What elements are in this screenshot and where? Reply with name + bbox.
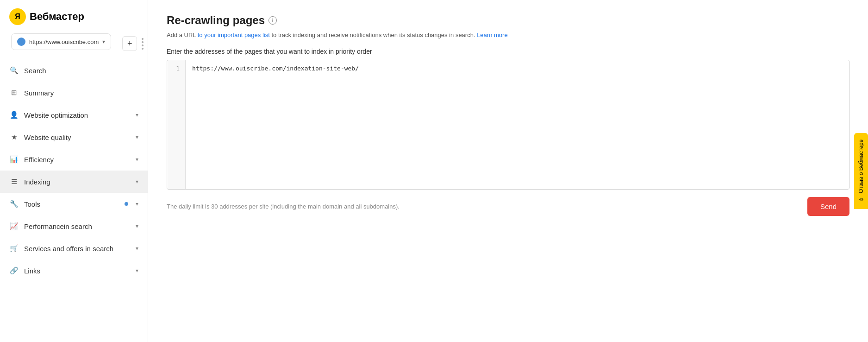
chevron-down-icon: ▾ (136, 201, 138, 207)
sidebar-item-search[interactable]: 🔍 Search (0, 59, 148, 82)
sidebar-label-links: Links (24, 267, 130, 275)
line-numbers: 1 (167, 60, 186, 189)
site-selector[interactable]: https://www.ouiscribe.com ▾ (11, 33, 111, 50)
sidebar-item-summary[interactable]: ⊞ Summary (0, 82, 148, 104)
chevron-down-icon: ▾ (136, 178, 138, 185)
sidebar-item-efficiency[interactable]: 📊 Efficiency ▾ (0, 148, 148, 171)
url-editor[interactable]: 1 (167, 60, 849, 190)
sidebar-label-website-quality: Website quality (24, 133, 130, 141)
sidebar-item-indexing[interactable]: ☰ Indexing ▾ (0, 171, 148, 193)
chevron-down-icon: ▾ (136, 134, 138, 140)
sidebar-label-services: Services and offers in search (24, 245, 130, 253)
performance-icon: 📈 (9, 222, 19, 231)
summary-icon: ⊞ (9, 88, 19, 97)
chevron-down-icon: ▾ (136, 267, 138, 274)
site-favicon-icon (17, 38, 25, 46)
add-site-button[interactable]: + (122, 36, 137, 51)
sidebar-label-efficiency: Efficiency (24, 156, 130, 164)
drag-handle-icon (140, 36, 145, 51)
sidebar-item-website-quality[interactable]: ★ Website quality ▾ (0, 126, 148, 148)
important-pages-link[interactable]: to your important pages list (198, 32, 270, 38)
learn-more-link[interactable]: Learn more (477, 32, 507, 38)
feedback-tab[interactable]: ✏ Отзыв о Вебмастере (854, 133, 868, 209)
sidebar-label-tools: Tools (24, 200, 119, 208)
services-icon: 🛒 (9, 244, 19, 253)
sidebar-label-website-optimization: Website optimization (24, 111, 130, 119)
daily-limit-text: The daily limit is 30 addresses per site… (167, 203, 400, 210)
efficiency-icon: 📊 (9, 155, 19, 164)
sidebar-label-summary: Summary (24, 89, 138, 97)
footer-row: The daily limit is 30 addresses per site… (167, 197, 849, 216)
sidebar-label-search: Search (24, 67, 138, 75)
site-selector-chevron-icon: ▾ (102, 38, 105, 45)
quality-icon: ★ (9, 133, 19, 142)
subtitle-mid: to track indexing and receive notificati… (271, 32, 475, 38)
optimization-icon: 👤 (9, 110, 19, 120)
notification-dot (125, 202, 128, 206)
logo-area: Я Вебмастер (0, 0, 148, 33)
page-title-text: Re-crawling pages (167, 14, 265, 27)
site-url-label: https://www.ouiscribe.com (29, 38, 99, 45)
sidebar-label-performance: Performancein search (24, 222, 130, 230)
links-icon: 🔗 (9, 266, 19, 275)
app-name: Вебмастер (30, 11, 84, 23)
sidebar-item-website-optimization[interactable]: 👤 Website optimization ▾ (0, 104, 148, 126)
sidebar-item-services[interactable]: 🛒 Services and offers in search ▾ (0, 237, 148, 260)
sidebar-item-performance[interactable]: 📈 Performancein search ▾ (0, 215, 148, 237)
textarea-label: Enter the addresses of the pages that yo… (167, 48, 849, 55)
chevron-down-icon: ▾ (136, 223, 138, 229)
sidebar-item-links[interactable]: 🔗 Links ▾ (0, 260, 148, 282)
sidebar-item-tools[interactable]: 🔧 Tools ▾ (0, 193, 148, 215)
main-content: Re-crawling pages i Add a URL to your im… (148, 0, 868, 342)
site-selector-row: https://www.ouiscribe.com ▾ + (6, 33, 142, 54)
yandex-logo-icon: Я (9, 8, 26, 25)
info-icon[interactable]: i (269, 16, 277, 25)
page-title: Re-crawling pages i (167, 14, 849, 27)
subtitle-pre: Add a URL (167, 32, 196, 38)
sidebar: Я Вебмастер https://www.ouiscribe.com ▾ … (0, 0, 148, 342)
feedback-icon: ✏ (858, 196, 864, 203)
subtitle: Add a URL to your important pages list t… (167, 32, 849, 38)
send-button[interactable]: Send (807, 197, 849, 216)
url-textarea[interactable] (186, 60, 849, 189)
chevron-down-icon: ▾ (136, 112, 138, 118)
tools-icon: 🔧 (9, 199, 19, 209)
chevron-down-icon: ▾ (136, 156, 138, 163)
search-icon: 🔍 (9, 66, 19, 75)
sidebar-label-indexing: Indexing (24, 178, 130, 186)
sidebar-nav: 🔍 Search ⊞ Summary 👤 Website optimizatio… (0, 59, 148, 282)
feedback-label: Отзыв о Вебмастере (858, 139, 864, 193)
indexing-icon: ☰ (9, 177, 19, 186)
chevron-down-icon: ▾ (136, 245, 138, 252)
